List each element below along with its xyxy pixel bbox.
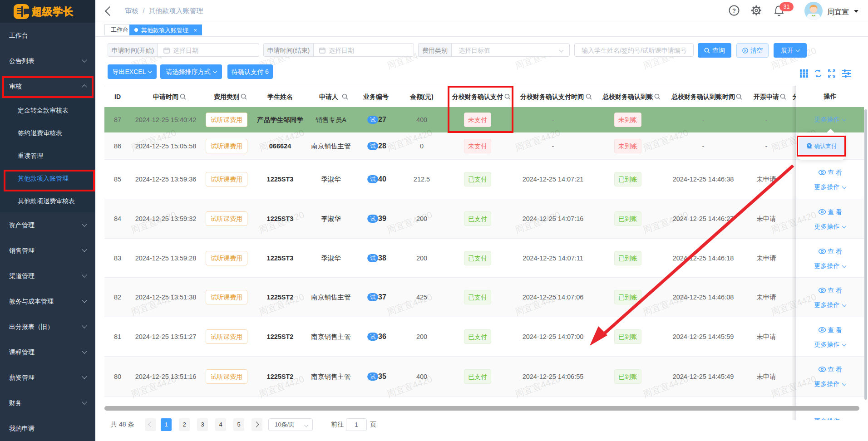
svg-text:超级学长: 超级学长 [31, 6, 74, 17]
svg-text:?: ? [732, 7, 736, 14]
